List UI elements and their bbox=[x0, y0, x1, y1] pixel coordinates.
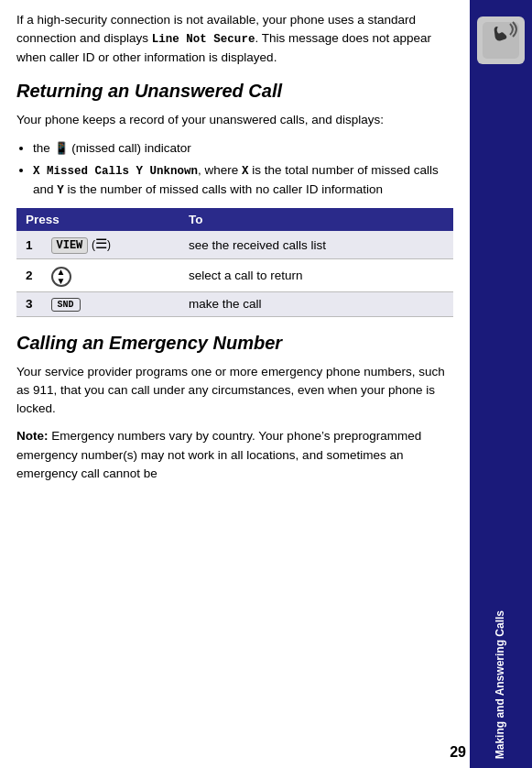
nav-key-icon: ▲ ▼ bbox=[51, 267, 71, 287]
sidebar-label: Making and Answering Calls bbox=[494, 592, 508, 759]
row3-num: 3 bbox=[16, 291, 42, 316]
row3-to: make the call bbox=[179, 291, 453, 316]
bullet-list: the 📱 (missed call) indicator X Missed C… bbox=[33, 139, 453, 200]
table-header-press: Press bbox=[16, 208, 179, 231]
row2-to: select a call to return bbox=[179, 259, 453, 292]
section2-heading: Calling an Emergency Number bbox=[16, 332, 453, 354]
note-label: Note: bbox=[16, 429, 49, 443]
bullet1-prefix: the bbox=[33, 141, 54, 155]
table-row: 2 ▲ ▼ select a call to return bbox=[16, 259, 453, 292]
row1-paren: ) bbox=[107, 238, 111, 251]
bullet-item-2: X Missed Calls Y Unknown, where X is the… bbox=[33, 161, 453, 200]
page-number: 29 bbox=[450, 744, 466, 761]
row2-num: 2 bbox=[16, 259, 42, 292]
intro-code: Line Not Secure bbox=[152, 33, 255, 46]
main-content: If a high-security connection is not ava… bbox=[0, 0, 470, 768]
row1-press: VIEW (☰) bbox=[42, 231, 179, 259]
press-table: Press To 1 VIEW (☰) see the received cal… bbox=[16, 208, 453, 316]
bullet2-code: X Missed Calls Y Unknown bbox=[33, 165, 198, 178]
note-text: Emergency numbers vary by country. Your … bbox=[16, 429, 421, 480]
section2-body: Your service provider programs one or mo… bbox=[16, 363, 453, 419]
page-container: If a high-security connection is not ava… bbox=[0, 0, 532, 768]
row1-to: see the received calls list bbox=[179, 231, 453, 259]
table-header-row: Press To bbox=[16, 208, 453, 231]
row2-press: ▲ ▼ bbox=[42, 259, 179, 292]
missed-call-icon: 📱 bbox=[54, 141, 69, 155]
intro-paragraph: If a high-security connection is not ava… bbox=[16, 11, 453, 67]
view-key: VIEW bbox=[51, 237, 89, 254]
table-row: 1 VIEW (☰) see the received calls list bbox=[16, 231, 453, 259]
row3-press: SND bbox=[42, 291, 179, 316]
table-header-to: To bbox=[179, 208, 453, 231]
sidebar: Making and Answering Calls bbox=[470, 0, 532, 768]
phone-icon-box bbox=[477, 16, 525, 64]
bullet1-suffix: (missed call) indicator bbox=[69, 141, 191, 155]
menu-symbol: ☰ bbox=[95, 236, 107, 251]
table-row: 3 SND make the call bbox=[16, 291, 453, 316]
section1-heading: Returning an Unanswered Call bbox=[16, 80, 453, 102]
note-paragraph: Note: Emergency numbers vary by country.… bbox=[16, 427, 453, 483]
phone-icon bbox=[479, 18, 523, 62]
down-arrow: ▼ bbox=[57, 277, 66, 286]
section1-body: Your phone keeps a record of your unansw… bbox=[16, 111, 453, 129]
snd-key: SND bbox=[51, 298, 81, 312]
bullet-item-1: the 📱 (missed call) indicator bbox=[33, 139, 453, 158]
row1-num: 1 bbox=[16, 231, 42, 259]
